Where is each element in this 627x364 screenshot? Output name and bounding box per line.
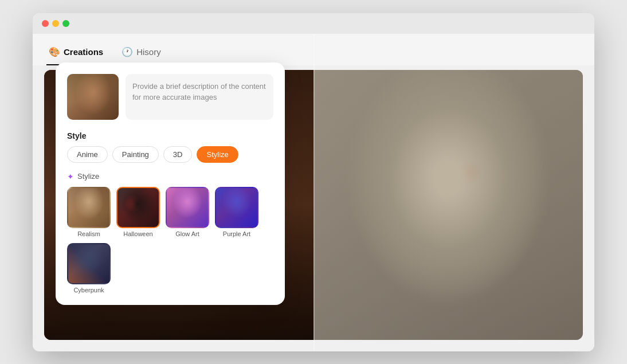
glow-face	[167, 188, 208, 227]
halloween-face	[117, 188, 159, 227]
style-btn-stylize[interactable]: Stylize	[197, 146, 238, 163]
style-btn-painting[interactable]: Painting	[112, 146, 159, 163]
close-button[interactable]	[42, 20, 49, 27]
traffic-lights	[42, 20, 69, 27]
cyberpunk-face	[68, 244, 109, 283]
description-placeholder: Provide a brief description of the conte…	[132, 81, 267, 103]
style-item-glow-art[interactable]: Glow Art	[166, 187, 209, 237]
realism-face	[68, 188, 109, 227]
image-divider	[314, 70, 315, 340]
style-name-halloween: Halloween	[123, 230, 152, 237]
style-btn-3d[interactable]: 3D	[163, 146, 193, 163]
style-thumb-purple	[215, 187, 258, 228]
style-name-cyberpunk: Cyberpunk	[73, 287, 104, 293]
style-buttons: Anime Painting 3D Stylize	[67, 146, 273, 163]
tab-history-label: Hisory	[136, 47, 161, 57]
browser-window: 🎨 Creations 🕐 Hisory	[33, 13, 594, 351]
zombie-face-render	[314, 70, 583, 340]
creations-icon: 🎨	[49, 46, 60, 57]
style-name-glow-art: Glow Art	[175, 230, 199, 237]
purple-face	[216, 188, 257, 227]
tab-history[interactable]: 🕐 Hisory	[119, 42, 163, 65]
sparkle-icon: ✦	[67, 172, 74, 181]
style-grid: Realism Halloween Glow Art	[67, 187, 273, 293]
avatar-face-overlay	[67, 74, 119, 120]
image-transformed	[314, 70, 583, 340]
browser-titlebar	[33, 13, 594, 34]
style-item-halloween[interactable]: Halloween	[116, 187, 160, 237]
style-label: Style	[67, 131, 273, 140]
left-panel: Provide a brief description of the conte…	[56, 62, 285, 305]
style-thumb-halloween	[116, 187, 160, 228]
minimize-button[interactable]	[52, 20, 59, 27]
style-btn-anime[interactable]: Anime	[67, 146, 108, 163]
browser-content: 🎨 Creations 🕐 Hisory	[33, 34, 594, 351]
tab-creations-label: Creations	[64, 47, 103, 57]
style-thumb-realism	[67, 187, 111, 228]
history-icon: 🕐	[122, 46, 133, 57]
style-thumb-cyberpunk	[67, 243, 111, 284]
stylize-header: ✦ Stylize	[67, 172, 273, 181]
style-section: Style Anime Painting 3D Stylize	[67, 131, 273, 163]
tab-creations[interactable]: 🎨 Creations	[46, 42, 105, 65]
avatar-preview[interactable]	[67, 74, 119, 120]
style-name-purple-art: Purple Art	[223, 230, 250, 237]
style-name-realism: Realism	[77, 230, 100, 237]
style-item-cyberpunk[interactable]: Cyberpunk	[67, 243, 111, 293]
style-item-realism[interactable]: Realism	[67, 187, 111, 237]
description-box[interactable]: Provide a brief description of the conte…	[126, 74, 273, 120]
stylize-label: Stylize	[77, 172, 99, 181]
style-thumb-glow	[166, 187, 209, 228]
maximize-button[interactable]	[62, 20, 69, 27]
input-section: Provide a brief description of the conte…	[67, 74, 273, 120]
style-item-purple-art[interactable]: Purple Art	[215, 187, 258, 237]
